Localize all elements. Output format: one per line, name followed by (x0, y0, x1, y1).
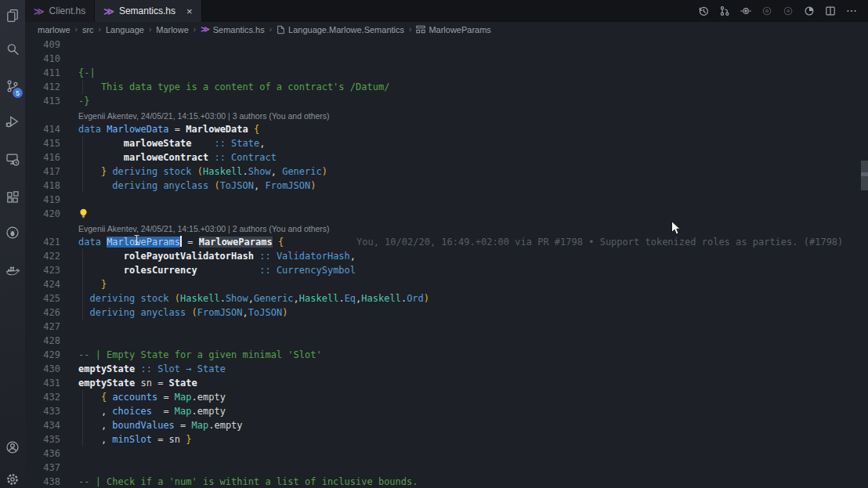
line-number[interactable]: 425 (25, 291, 60, 305)
line-number[interactable]: 428 (25, 334, 60, 348)
line-number[interactable]: 420 (25, 207, 60, 221)
code-text: data MarloweData = MarloweData { (78, 122, 259, 136)
code-text: emptyState sn = State (78, 376, 197, 390)
line-number[interactable]: 434 (25, 418, 60, 432)
line-number[interactable]: 430 (25, 362, 60, 376)
mouse-cursor (671, 220, 682, 239)
code-line[interactable]: 418 deriving anyclass (ToJSON, FromJSON) (25, 179, 868, 193)
more-actions-icon[interactable] (844, 4, 859, 18)
breadcrumb-item[interactable]: ≫Semantics.hs (201, 25, 265, 34)
code-line[interactable]: 411{-| (25, 66, 868, 80)
breadcrumb-item[interactable]: Marlowe (156, 25, 189, 34)
code-line[interactable]: 433 , choices = Map.empty (25, 404, 868, 418)
code-line[interactable]: 419 (25, 193, 868, 207)
toggle-blame-icon[interactable] (739, 4, 753, 18)
code-line[interactable]: 431emptyState sn = State (25, 376, 868, 390)
activity-bar: 5 (0, 0, 25, 488)
breadcrumb-label: MarloweParams (429, 25, 490, 34)
code-line[interactable]: 435 , minSlot = sn } (25, 432, 868, 446)
tab-client-hs[interactable]: ≫ Client.hs (25, 0, 95, 22)
line-number[interactable]: 436 (25, 446, 60, 461)
code-line[interactable]: 413-} (25, 94, 868, 108)
line-number[interactable]: 422 (25, 249, 60, 263)
close-icon[interactable]: × (186, 5, 193, 17)
code-line[interactable]: 410 (25, 52, 868, 66)
line-number[interactable]: 415 (25, 136, 60, 150)
blame-annotation[interactable]: Evgenii Akentev, 24/05/21, 14:15.+03:00 … (78, 222, 330, 236)
code-line[interactable]: 427 (25, 320, 868, 334)
line-number[interactable]: 427 (25, 320, 60, 334)
line-number[interactable]: 414 (25, 122, 60, 136)
line-number[interactable]: 412 (25, 80, 60, 94)
code-line[interactable]: 414data MarloweData = MarloweData { (25, 122, 868, 136)
breadcrumb-item[interactable]: src (82, 25, 94, 34)
circle-diamond-icon[interactable] (760, 4, 774, 18)
code-line[interactable]: 438-- | Check if a 'num' is withint a li… (25, 475, 868, 488)
line-number[interactable]: 413 (25, 94, 60, 108)
code-line[interactable]: 429-- | Empty State for a given minimal … (25, 348, 868, 362)
line-number[interactable]: 435 (25, 432, 60, 446)
circle-arrow-icon[interactable] (781, 4, 795, 18)
docker-icon[interactable] (0, 257, 25, 284)
breadcrumb-item[interactable]: marlowe (38, 25, 71, 34)
code-line[interactable]: 425 deriving stock (Haskell.Show,Generic… (25, 291, 868, 305)
line-number[interactable]: 433 (25, 404, 60, 418)
code-line[interactable]: 432 { accounts = Map.empty (25, 390, 868, 404)
line-number[interactable]: 421 (25, 235, 60, 249)
code-line[interactable]: 430emptyState :: Slot → State (25, 362, 868, 376)
breadcrumb-item[interactable]: MarloweParams (416, 25, 490, 34)
line-number[interactable]: 424 (25, 277, 60, 291)
line-number[interactable]: 418 (25, 179, 60, 193)
line-number[interactable]: 410 (25, 52, 60, 66)
code-area[interactable]: 409410411{-|412 This data type is a cont… (25, 38, 868, 488)
breadcrumb-item[interactable]: Language (106, 25, 144, 34)
code-line[interactable]: 416 marloweContract :: Contract (25, 150, 868, 164)
settings-gear-icon[interactable] (0, 466, 25, 488)
history-icon[interactable] (696, 4, 711, 18)
code-line[interactable]: 421data MarloweParams = MarloweParams {Y… (25, 235, 868, 249)
line-number[interactable]: 437 (25, 461, 60, 475)
code-line[interactable]: 436 (25, 446, 868, 461)
code-line[interactable]: 423 rolesCurrency :: CurrencySymbol (25, 263, 868, 277)
line-number[interactable]: 416 (25, 150, 60, 164)
git-pull-request-icon[interactable] (718, 4, 732, 18)
code-line[interactable]: 409 (25, 38, 868, 52)
code-text: -- | Check if a 'num' is withint a list … (78, 475, 418, 488)
line-number[interactable]: 423 (25, 263, 60, 277)
codelens-blame-row[interactable]: Evgenii Akentev, 24/05/21, 14:15.+03:00 … (25, 221, 868, 235)
explorer-icon[interactable] (0, 2, 25, 29)
code-line[interactable]: 434 , boundValues = Map.empty (25, 418, 868, 432)
code-line[interactable]: 415 marloweState :: State, (25, 136, 868, 150)
breadcrumb-item[interactable]: Language.Marlowe.Semantics (277, 25, 404, 34)
scrollbar-thumb[interactable] (861, 161, 868, 190)
line-number[interactable]: 409 (25, 38, 60, 52)
line-number[interactable]: 432 (25, 390, 60, 404)
codelens-blame-row[interactable]: Evgenii Akentev, 24/05/21, 14:15.+03:00 … (25, 108, 868, 122)
code-line[interactable]: 424 } (25, 277, 868, 291)
line-number[interactable]: 417 (25, 164, 60, 179)
line-number[interactable]: 411 (25, 66, 60, 80)
line-number[interactable]: 426 (25, 305, 60, 320)
blame-annotation[interactable]: Evgenii Akentev, 24/05/21, 14:15.+03:00 … (78, 109, 330, 123)
account-icon[interactable] (0, 434, 25, 461)
code-line[interactable]: 422 rolePayoutValidatorHash :: Validator… (25, 249, 868, 263)
line-number[interactable]: 431 (25, 376, 60, 390)
timeline-pie-icon[interactable] (802, 4, 816, 18)
line-number[interactable]: 438 (25, 475, 60, 488)
code-line[interactable]: 420 (25, 207, 868, 221)
search-icon[interactable] (0, 36, 25, 63)
github-icon[interactable] (0, 219, 25, 246)
code-line[interactable]: 437 (25, 461, 868, 475)
run-debug-icon[interactable] (0, 108, 25, 135)
code-line[interactable]: 426 deriving anyclass (FromJSON,ToJSON) (25, 305, 868, 320)
line-number[interactable]: 419 (25, 193, 60, 207)
code-line[interactable]: 412 This data type is a content of a con… (25, 80, 868, 94)
code-line[interactable]: 428 (25, 334, 868, 348)
split-editor-icon[interactable] (823, 4, 837, 18)
code-text: deriving stock (Haskell.Show,Generic,Has… (78, 291, 429, 305)
tab-semantics-hs[interactable]: ≫ Semantics.hs × (95, 0, 201, 22)
code-line[interactable]: 417 } deriving stock (Haskell.Show, Gene… (25, 164, 868, 179)
remote-explorer-icon[interactable] (0, 146, 25, 172)
line-number[interactable]: 429 (25, 348, 60, 362)
extensions-icon[interactable] (0, 184, 25, 211)
